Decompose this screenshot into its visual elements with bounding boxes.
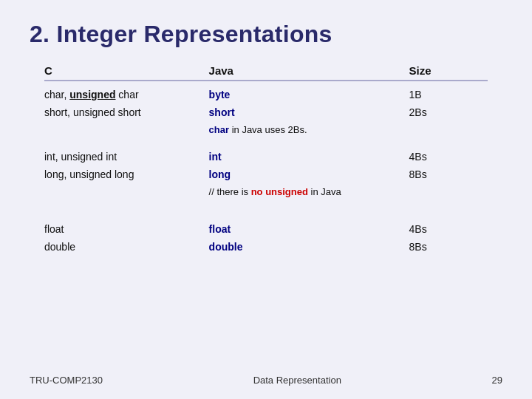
cell-c-short: short, unsigned short [44,106,209,118]
cell-java-double: double [209,241,409,253]
cell-size-2bs: 2Bs [409,106,488,118]
table-row: char, unsigned char byte 1B [44,89,488,105]
section-int-long: int, unsigned int int 4Bs long, unsigned… [44,151,488,202]
cell-java-char-note: char in Java uses 2Bs. [209,124,409,135]
cell-size-8bs-double: 8Bs [409,241,488,253]
footer-center: Data Representation [253,375,341,386]
char-text: char, [44,89,69,100]
footer-right: 29 [492,375,502,386]
unsigned-underline: unsigned [69,89,115,100]
cell-java-short: short [209,106,409,118]
cell-java-float: float [209,223,409,235]
cell-size-4bs-float: 4Bs [409,223,488,235]
table-row: long, unsigned long long 8Bs [44,168,488,185]
slide: 2. Integer Representations C Java Size c… [0,0,532,399]
table-row: short, unsigned short short 2Bs [44,106,488,123]
table-row: double double 8Bs [44,241,488,257]
cell-c-float: float [44,223,209,235]
header-java: Java [209,64,409,77]
no-unsigned-bold: no unsigned [251,186,308,197]
slide-footer: TRU-COMP2130 Data Representation 29 [0,375,532,386]
cell-c-double: double [44,241,209,253]
no-unsigned-prefix: // there is [209,186,251,197]
char-bold: char [209,124,229,135]
no-unsigned-suffix: in Java [308,186,341,197]
table-divider [44,213,488,223]
table-row: // there is no unsigned in Java [44,186,488,202]
table-row: char in Java uses 2Bs. [44,124,488,140]
cell-java-int: int [209,151,409,163]
cell-size-4bs-int: 4Bs [409,151,488,163]
section-float-double: float float 4Bs double double 8Bs [44,223,488,257]
cell-java-no-unsigned-note: // there is no unsigned in Java [209,186,409,197]
cell-java-long: long [209,168,409,180]
cell-c-char: char, unsigned char [44,89,209,100]
slide-title: 2. Integer Representations [30,21,502,48]
table-header: C Java Size [44,64,488,81]
char-note-text: in Java uses 2Bs. [229,124,307,135]
cell-size-8bs-long: 8Bs [409,168,488,180]
table-area: C Java Size char, unsigned char byte 1B … [30,64,502,257]
section-char-short: char, unsigned char byte 1B short, unsig… [44,89,488,140]
header-size: Size [409,64,488,77]
table-row: float float 4Bs [44,223,488,239]
table-row: int, unsigned int int 4Bs [44,151,488,167]
cell-c-long: long, unsigned long [44,168,209,180]
cell-java-byte: byte [209,89,409,100]
char-rest: char [115,89,138,100]
footer-left: TRU-COMP2130 [30,375,103,386]
header-c: C [44,64,209,77]
cell-size-1b: 1B [409,89,488,100]
cell-c-int: int, unsigned int [44,151,209,163]
